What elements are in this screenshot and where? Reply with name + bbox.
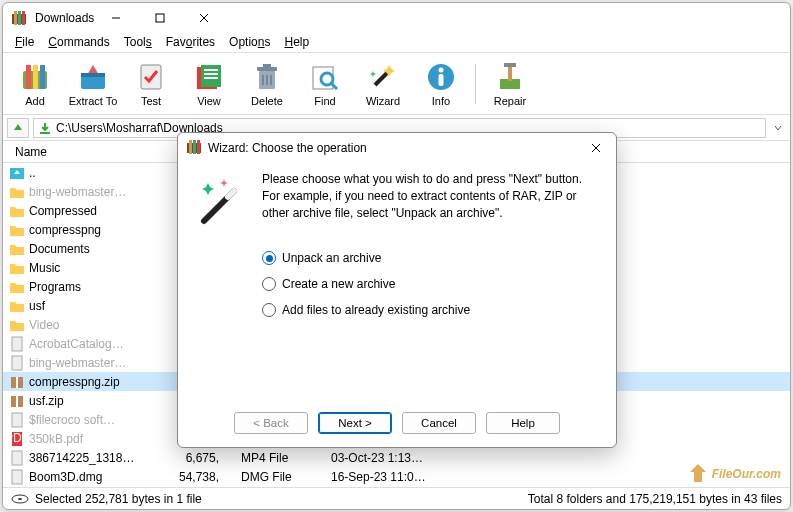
wizard-icon — [367, 61, 399, 93]
svg-rect-35 — [504, 63, 516, 67]
help-button[interactable]: Help — [486, 412, 560, 434]
svg-point-31 — [439, 67, 444, 72]
wizard-button[interactable]: Wizard — [355, 56, 411, 112]
file-icon — [9, 203, 25, 219]
radio-icon — [262, 251, 276, 265]
file-row[interactable]: 386714225_1318… 6,675,MP4 File03-Oct-23 … — [3, 448, 790, 467]
app-icon — [11, 10, 27, 26]
file-name: compresspng — [29, 223, 171, 237]
wizard-label: Wizard — [366, 95, 400, 107]
file-name: Programs — [29, 280, 171, 294]
svg-point-50 — [18, 498, 22, 500]
info-button[interactable]: Info — [413, 56, 469, 112]
find-icon — [309, 61, 341, 93]
file-name: AcrobatCatalog… — [29, 337, 171, 351]
radio-icon — [262, 277, 276, 291]
file-size: 6,675, — [171, 451, 221, 465]
menu-tools[interactable]: Tools — [118, 33, 158, 52]
file-name: Documents — [29, 242, 171, 256]
maximize-button[interactable] — [138, 4, 182, 32]
file-icon — [9, 165, 25, 181]
toolbar-separator — [475, 64, 476, 104]
extract-button[interactable]: Extract To — [65, 56, 121, 112]
info-label: Info — [432, 95, 450, 107]
file-name: .. — [29, 166, 171, 180]
svg-rect-38 — [12, 337, 22, 351]
file-icon — [9, 241, 25, 257]
radio-label: Unpack an archive — [282, 251, 381, 265]
next-button[interactable]: Next > — [318, 412, 392, 434]
find-button[interactable]: Find — [297, 56, 353, 112]
file-icon — [9, 412, 25, 428]
file-name: bing-webmaster… — [29, 185, 171, 199]
file-icon — [9, 260, 25, 276]
svg-rect-21 — [257, 67, 277, 71]
svg-rect-32 — [439, 74, 444, 86]
repair-button[interactable]: Repair — [482, 56, 538, 112]
delete-button[interactable]: Delete — [239, 56, 295, 112]
file-name: Compressed — [29, 204, 171, 218]
file-icon — [9, 469, 25, 485]
radio-create[interactable]: Create a new archive — [262, 277, 600, 291]
svg-rect-44 — [12, 413, 22, 427]
svg-rect-53 — [193, 140, 196, 154]
svg-rect-10 — [33, 65, 38, 89]
up-button[interactable] — [7, 118, 29, 138]
wizard-dialog: Wizard: Choose the operation Please choo… — [177, 132, 617, 448]
svg-rect-34 — [508, 65, 512, 81]
window-title: Downloads — [35, 11, 94, 25]
file-icon — [9, 374, 25, 390]
status-right: Total 8 folders and 175,219,151 bytes in… — [528, 492, 782, 506]
menu-favorites[interactable]: Favorites — [160, 33, 221, 52]
view-button[interactable]: View — [181, 56, 237, 112]
cancel-button[interactable]: Cancel — [402, 412, 476, 434]
file-icon — [9, 336, 25, 352]
file-name: Music — [29, 261, 171, 275]
file-row[interactable]: Boom3D.dmg 54,738,DMG File16-Sep-23 11:0… — [3, 467, 790, 486]
menu-options[interactable]: Options — [223, 33, 276, 52]
file-icon: PDF — [9, 431, 25, 447]
radio-label: Add files to already existing archive — [282, 303, 470, 317]
svg-rect-12 — [81, 75, 105, 89]
svg-text:PDF: PDF — [9, 431, 25, 445]
radio-unpack[interactable]: Unpack an archive — [262, 251, 600, 265]
disk-icon — [11, 494, 29, 504]
find-label: Find — [314, 95, 335, 107]
minimize-button[interactable] — [94, 4, 138, 32]
watermark: FileOur.com — [686, 462, 781, 486]
svg-rect-9 — [26, 65, 31, 89]
svg-rect-43 — [16, 396, 18, 407]
column-name[interactable]: Name — [11, 145, 171, 159]
svg-rect-11 — [40, 65, 45, 89]
file-icon — [9, 450, 25, 466]
repair-label: Repair — [494, 95, 526, 107]
svg-rect-19 — [204, 77, 218, 79]
menu-file[interactable]: File — [9, 33, 40, 52]
svg-rect-3 — [22, 11, 25, 25]
svg-rect-5 — [156, 14, 164, 22]
statusbar: Selected 252,781 bytes in 1 file Total 8… — [3, 487, 790, 509]
menu-help[interactable]: Help — [278, 33, 315, 52]
test-button[interactable]: Test — [123, 56, 179, 112]
dialog-title: Wizard: Choose the operation — [208, 141, 582, 155]
file-name: 350kB.pdf — [29, 432, 171, 446]
wand-icon — [194, 175, 250, 231]
delete-icon — [251, 61, 283, 93]
svg-line-58 — [228, 191, 234, 197]
dialog-buttons: < Back Next > Cancel Help — [178, 407, 616, 447]
file-name: $filecroco soft… — [29, 413, 171, 427]
add-icon — [19, 61, 51, 93]
repair-icon — [494, 61, 526, 93]
close-button[interactable] — [182, 4, 226, 32]
back-button[interactable]: < Back — [234, 412, 308, 434]
address-dropdown[interactable] — [770, 123, 786, 133]
menu-commands[interactable]: Commands — [42, 33, 115, 52]
file-icon — [9, 279, 25, 295]
add-button[interactable]: Add — [7, 56, 63, 112]
file-icon — [9, 393, 25, 409]
radio-add[interactable]: Add files to already existing archive — [262, 303, 600, 317]
radio-label: Create a new archive — [282, 277, 395, 291]
svg-rect-2 — [18, 11, 21, 25]
dialog-close-button[interactable] — [582, 135, 610, 161]
file-name: usf.zip — [29, 394, 171, 408]
